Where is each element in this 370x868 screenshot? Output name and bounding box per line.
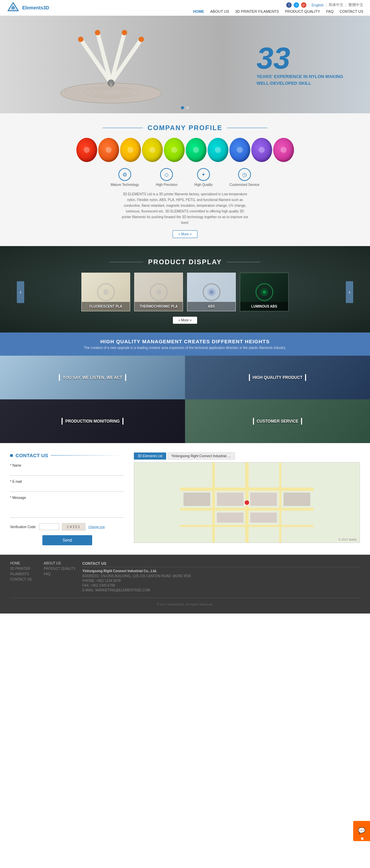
logo-area: Elements3D: [7, 1, 49, 14]
svg-rect-35: [250, 493, 277, 506]
footer-nav-item-3d-printer[interactable]: 3D PRINTER: [10, 567, 37, 570]
spool-red: [76, 138, 97, 162]
map-baidu-credit: © 2017 Baidu: [338, 538, 357, 541]
image-grid: YOU SAY, WE LISTEN, WE ACT HIGH QUALITY …: [0, 356, 370, 443]
svg-point-9: [95, 30, 100, 35]
footer-nav-item-contact[interactable]: CONTACT US: [10, 578, 37, 581]
svg-rect-38: [184, 493, 210, 506]
svg-rect-36: [217, 513, 244, 523]
name-input[interactable]: [10, 469, 124, 476]
captcha-image: C4351: [62, 523, 85, 530]
footer-nav-item-about[interactable]: ABOUT US: [44, 561, 76, 565]
email-field: * E-mail: [10, 480, 124, 492]
footer-email: E-MAIL: MARKETING@ELEMENTS3D.COM: [82, 588, 360, 592]
product-card-luminous-abs[interactable]: LUMINOUS ABS: [240, 273, 289, 311]
header: Elements3D f t g+ | English | 简体中文 | 繁體中…: [0, 0, 370, 16]
message-input[interactable]: [10, 501, 124, 518]
captcha-label: Verification Code:: [10, 525, 36, 529]
grid-item-monitoring: PRODUCTION MONITORING: [0, 399, 185, 443]
svg-point-18: [103, 289, 109, 295]
google-plus-icon[interactable]: g+: [301, 2, 307, 8]
svg-point-8: [78, 37, 83, 42]
nav-about[interactable]: ABOUT US: [210, 9, 229, 13]
company-profile-title-text: COMPANY PROFILE: [148, 124, 223, 132]
map-visual: © 2017 Baidu: [134, 462, 360, 543]
svg-point-10: [122, 30, 127, 35]
nav-contact[interactable]: CONTACT US: [340, 9, 364, 13]
captcha-row: Verification Code: C4351 Change one: [10, 523, 124, 530]
lang-chinese-traditional[interactable]: 繁體中文: [348, 2, 363, 7]
footer-phone: PHONE: +852 1234 5678: [82, 579, 360, 583]
customized-label: Customized Service: [229, 183, 259, 187]
hero-tagline-line2: WELL-DEVELOPED SKILL: [257, 80, 343, 86]
svg-rect-34: [217, 493, 244, 506]
product-card-fluorescent-pla[interactable]: FLUORESCENT PLA: [81, 273, 130, 311]
grid-item-customer-service: CUSTOMER SERVICE: [185, 399, 370, 443]
product-card-luminous-abs-label: LUMINOUS ABS: [240, 302, 288, 311]
svg-point-20: [156, 289, 162, 295]
hero-dot-2[interactable]: [186, 106, 189, 109]
product-card-abs-label: ABS: [187, 302, 235, 311]
product-display-section: PRODUCT DISPLAY ‹ FLUORESCENT PLA THERMO…: [0, 246, 370, 333]
product-display-title-wrap: PRODUCT DISPLAY: [0, 258, 370, 266]
printer-arm-svg: [54, 23, 168, 106]
footer-nav-item-home[interactable]: HOME: [10, 561, 37, 565]
customized-icon: ◷: [238, 168, 251, 181]
mature-tech-label: Mature Technology: [111, 183, 139, 187]
social-lang-bar: f t g+ | English | 简体中文 | 繁體中文: [286, 2, 363, 8]
hero-3d-printer-visual: [0, 16, 222, 113]
company-profile-section: COMPANY PROFILE: [0, 113, 370, 246]
captcha-change-button[interactable]: Change one: [88, 525, 105, 528]
lang-english[interactable]: English: [311, 3, 323, 7]
footer-contact-info: CONTACT US Yinlongsong Right Connect Ind…: [82, 561, 360, 593]
contact-title-text: CONTACT US: [16, 453, 48, 458]
product-card-abs[interactable]: ABS: [187, 273, 236, 311]
map-area: 3D Elements Ltd Yinlongsong Right Connec…: [134, 453, 360, 545]
product-display-title: PRODUCT DISPLAY: [148, 258, 222, 266]
name-label: * Name: [10, 464, 124, 467]
footer-nav-item-product-quality[interactable]: PRODUCT QUALITY: [44, 567, 76, 570]
footer-fax: FAX: +852 2345 6789: [82, 584, 360, 587]
twitter-icon[interactable]: t: [294, 2, 299, 8]
spool-teal: [207, 138, 228, 162]
grid-item-high-quality: HIGH QUALITY PRODUCT: [185, 356, 370, 399]
mature-tech-icon: ⚙: [118, 168, 131, 181]
quality-title: HIGH QUALITY MANAGEMENT CREATES DIFFEREN…: [7, 339, 363, 344]
hero-number: 33: [257, 43, 343, 73]
logo-text: Elements3D: [22, 5, 49, 10]
map-tab-elements[interactable]: 3D Elements Ltd: [134, 453, 166, 460]
grid-item-monitoring-label: PRODUCTION MONITORING: [62, 418, 123, 425]
footer-main: HOME 3D PRINTER FILAMENTS CONTACT US ABO…: [10, 561, 360, 593]
facebook-icon[interactable]: f: [286, 2, 292, 8]
carousel-next-button[interactable]: ›: [346, 281, 353, 303]
footer-nav-item-faq[interactable]: FAQ: [44, 572, 76, 576]
features-row: ⚙ Mature Technology ◇ High Precision ✦ H…: [7, 168, 363, 187]
footer-contact-title: CONTACT US: [82, 561, 360, 567]
logo-icon: [7, 1, 20, 14]
footer: HOME 3D PRINTER FILAMENTS CONTACT US ABO…: [0, 555, 370, 614]
footer-nav-col-1: HOME 3D PRINTER FILAMENTS CONTACT US: [10, 561, 37, 593]
product-card-thermochromic-pla[interactable]: THERMOCHROMIC PLA: [134, 273, 183, 311]
hero-dot-1[interactable]: [181, 106, 184, 109]
lang-chinese-simplified[interactable]: 简体中文: [329, 2, 343, 7]
product-card-thermochromic-pla-label: THERMOCHROMIC PLA: [135, 302, 183, 311]
map-tab-yinlongsong[interactable]: Yinlongsong Right Connect Industrial Co.…: [168, 453, 235, 460]
feature-high-quality: ✦ High Quality: [194, 168, 212, 187]
footer-nav-item-filaments[interactable]: FILAMENTS: [10, 572, 37, 576]
spool-orange: [98, 138, 119, 162]
nav-quality[interactable]: PRODUCT QUALITY: [285, 9, 320, 13]
product-more-button[interactable]: » More «: [173, 317, 197, 324]
spool-blue: [229, 138, 250, 162]
nav-faq[interactable]: FAQ: [326, 9, 333, 13]
nav-filaments[interactable]: 3D PRINTER FILAMENTS: [235, 9, 279, 13]
nav-home[interactable]: HOME: [193, 9, 204, 13]
company-more-button[interactable]: » More «: [173, 230, 197, 238]
send-button[interactable]: Send: [42, 535, 92, 545]
message-label: * Message: [10, 496, 124, 500]
map-svg: [134, 463, 360, 542]
carousel-prev-button[interactable]: ‹: [17, 281, 24, 303]
captcha-input[interactable]: [39, 523, 59, 530]
high-quality-icon: ✦: [197, 168, 210, 181]
grid-item-customer-service-label: CUSTOMER SERVICE: [253, 418, 302, 425]
email-input[interactable]: [10, 485, 124, 492]
